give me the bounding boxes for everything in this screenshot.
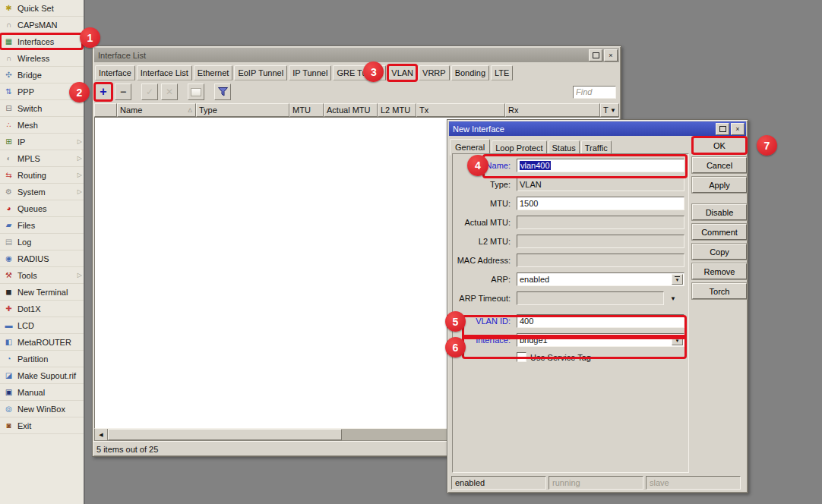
sidebar-item-ppp[interactable]: ⇅ PPP [0,83,84,100]
tab-lte[interactable]: LTE [491,65,513,80]
field-row: Actual MTU: [453,216,688,229]
find-input[interactable] [573,86,616,99]
maximize-button[interactable] [589,49,602,61]
tools-icon: ⚒ [3,272,14,279]
mac-address-field[interactable] [517,254,684,267]
sidebar-item-label: Bridge [17,71,42,80]
disable-button[interactable]: Disable [692,204,747,220]
arp-field[interactable]: enabled ▼ [517,272,684,286]
copy-button[interactable]: Copy [692,244,747,260]
sidebar-item-metarouter[interactable]: ◧ MetaROUTER [0,334,84,351]
interface-field[interactable]: bridge1 ▼ [517,333,684,347]
sidebar-item-dot1x[interactable]: ✚ Dot1X [0,301,84,317]
close-button[interactable]: × [604,49,618,61]
sidebar-item-new-winbox[interactable]: ◎ New WinBox [0,401,84,417]
sidebar-item-lcd[interactable]: ▬ LCD [0,317,84,334]
l2-mtu-field[interactable] [517,235,684,248]
column-filter-dropdown-icon[interactable]: ▼ [610,107,616,114]
interface-list-toolbar: + 2 − ✓ ✕ [93,80,621,103]
disable-button[interactable]: ✕ [161,83,178,100]
column-tx[interactable]: Tx [416,103,505,117]
sidebar-item-quick-set[interactable]: ✱ Quick Set [0,0,84,17]
column-t[interactable]: T ▼ [600,103,619,117]
sidebar-item-ip[interactable]: ⊞ IP ▷ [0,134,84,150]
column-rx[interactable]: Rx [505,103,600,117]
column-actual-mtu[interactable]: Actual MTU [324,103,378,117]
sidebar-item-capsman[interactable]: ∩ CAPsMAN [0,17,84,33]
sidebar-item-files[interactable]: ▰ Files [0,217,84,234]
sidebar-item-partition[interactable]: ◔ Partition [0,351,84,367]
sidebar-item-system[interactable]: ⚙ System ▷ [0,184,84,200]
ok-button[interactable]: OK 7 [692,137,747,153]
dialog-titlebar[interactable]: New Interface × [449,121,746,136]
comment-button[interactable] [188,83,204,100]
sidebar-item-mesh[interactable]: ∴ Mesh [0,117,84,134]
interface-list-titlebar[interactable]: Interface List × [94,48,619,62]
submenu-arrow-icon: ▷ [77,155,82,162]
tab-interface[interactable]: Interface [95,65,135,80]
sidebar-item-label: Make Supout.rif [17,371,76,380]
sidebar-item-make-supout[interactable]: ◪ Make Supout.rif [0,367,84,384]
add-button[interactable]: + 2 [95,83,112,100]
sidebar-item-tools[interactable]: ⚒ Tools ▷ [0,267,84,284]
queues-icon: ◕ [3,205,14,213]
tab-vrrp[interactable]: VRRP [419,65,450,80]
sidebar-item-radius[interactable]: ◉ RADIUS [0,250,84,267]
dialog-close-button[interactable]: × [731,123,745,135]
scroll-left-arrow-icon[interactable]: ◀ [95,429,108,440]
sidebar-item-manual[interactable]: ▣ Manual [0,384,84,401]
dropdown-button[interactable]: ▼ [672,274,683,285]
dropdown-button[interactable]: ▼ [672,335,683,345]
sidebar: ✱ Quick Set ∩ CAPsMAN ▦ Interfaces 1 [0,0,85,504]
tab-interface-list[interactable]: Interface List [137,65,192,80]
sidebar-item-new-terminal[interactable]: ◼ New Terminal [0,284,84,301]
dropdown-arrow-icon[interactable]: ▼ [670,295,676,302]
status-cell-label: running [552,478,580,487]
remove-button[interactable]: − [115,83,131,100]
use-service-tag-checkbox[interactable] [517,352,526,362]
sidebar-item-exit[interactable]: ◙ Exit [0,417,84,434]
desktop: ✱ Quick Set ∩ CAPsMAN ▦ Interfaces 1 [0,0,822,504]
tab-label: Traffic [585,143,608,153]
tab-gre-tunnel[interactable]: GRE Tunnel [333,65,386,80]
sidebar-item-bridge[interactable]: ✣ Bridge [0,67,84,83]
enable-button[interactable]: ✓ [141,83,158,100]
remove-button[interactable]: Remove [692,263,747,279]
sidebar-item-mpls[interactable]: ◐ MPLS ▷ [0,150,84,167]
sidebar-item-label: Interfaces [17,37,54,46]
dialog-maximize-button[interactable] [716,123,729,135]
tab-vlan[interactable]: VLAN 3 [387,65,417,80]
sidebar-item-wireless[interactable]: ∩ Wireless [0,50,84,67]
column-l2-mtu[interactable]: L2 MTU [378,103,416,117]
arp-timeout-field[interactable] [517,291,664,305]
button-label: OK [713,141,726,150]
actual-mtu-field[interactable] [517,216,684,229]
filter-button[interactable] [214,83,231,100]
scrollbar-thumb[interactable] [108,429,342,440]
column-select[interactable] [94,103,117,117]
torch-button[interactable]: Torch [692,283,747,299]
field-row: Type: VLAN [453,178,688,191]
sidebar-item-label: Exit [17,421,31,430]
cancel-button[interactable]: Cancel [692,157,747,173]
column-name[interactable]: Name △ [117,103,196,117]
sidebar-item-switch[interactable]: ⊟ Switch [0,100,84,117]
sidebar-item-log[interactable]: ▤ Log [0,234,84,250]
apply-button[interactable]: Apply [692,177,747,193]
tab-ethernet[interactable]: Ethernet [194,65,233,80]
vlan-id-field[interactable]: 400 [517,314,684,328]
tab-ip-tunnel[interactable]: IP Tunnel [289,65,331,80]
column-type[interactable]: Type [196,103,289,117]
tab-eoip-tunnel[interactable]: EoIP Tunnel [234,65,287,80]
column-mtu[interactable]: MTU [289,103,324,117]
type-field[interactable]: VLAN [517,178,684,191]
comment-button[interactable]: Comment [692,224,747,240]
use-service-tag-label[interactable]: Use Service Tag [530,353,591,362]
tab-bonding[interactable]: Bonding [451,65,489,80]
sidebar-item-queues[interactable]: ◕ Queues [0,200,84,217]
chevron-down-icon: ▼ [675,339,680,343]
sidebar-item-routing[interactable]: ⇆ Routing ▷ [0,167,84,184]
sidebar-item-interfaces[interactable]: ▦ Interfaces 1 [0,33,84,50]
mtu-field[interactable]: 1500 [517,197,684,210]
name-field[interactable]: vlan400 [517,159,684,172]
